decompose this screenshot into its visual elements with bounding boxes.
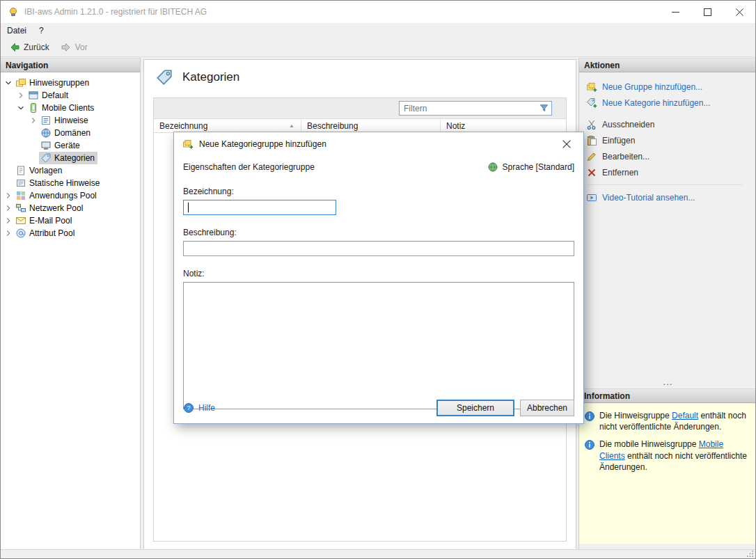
action-label: Neue Kategorie hinzufügen...: [602, 98, 710, 108]
close-button[interactable]: [723, 1, 755, 23]
dialog-close-button[interactable]: [558, 136, 575, 152]
action-neue-gruppe-hinzufügen[interactable]: Neue Gruppe hinzufügen...: [586, 79, 753, 95]
maximize-icon: [704, 8, 711, 16]
group-icon: [15, 77, 26, 88]
filter-input[interactable]: [400, 104, 539, 113]
action-label: Bearbeiten...: [602, 152, 649, 162]
actions-list: Neue Gruppe hinzufügen...Neue Kategorie …: [579, 72, 756, 205]
template-icon: [15, 165, 26, 176]
forward-button[interactable]: Vor: [55, 38, 93, 56]
help-icon: ?: [183, 402, 194, 414]
bezeichnung-input[interactable]: [183, 200, 336, 215]
tree-item-statische-hinweise[interactable]: Statische Hinweise: [1, 177, 140, 189]
info-message: Die mobile Hinweisgruppe Mobile Clients …: [584, 439, 751, 473]
tree-item-anwendungs-pool[interactable]: Anwendungs Pool: [1, 189, 140, 202]
static-icon: [15, 178, 26, 189]
help-link[interactable]: ? Hilfe: [183, 402, 215, 414]
dialog-title: Neue Kategoriegruppe hinzufügen: [199, 139, 326, 149]
apps-icon: [15, 190, 26, 201]
resize-grip-icon[interactable]: [746, 550, 754, 558]
tree-item-hinweise[interactable]: Hinweise: [1, 114, 140, 127]
tree-item-attribut-pool[interactable]: Attribut Pool: [1, 227, 140, 239]
forward-button-label: Vor: [75, 42, 88, 52]
action-label: Entfernen: [602, 168, 638, 178]
tree-item-e-mail-pool[interactable]: E-Mail Pool: [1, 214, 140, 227]
action-entfernen[interactable]: Entfernen: [586, 164, 753, 180]
info-icon: [584, 439, 595, 450]
tree-item-netzwerk-pool[interactable]: Netzwerk Pool: [1, 202, 140, 214]
chevron-right-icon[interactable]: [3, 228, 14, 238]
tree-item-domänen[interactable]: Domänen: [1, 127, 140, 139]
speichern-button[interactable]: Speichern: [436, 400, 514, 416]
tree-item-default[interactable]: Default: [1, 89, 140, 102]
globe-icon: [487, 162, 498, 173]
column-header-notiz[interactable]: Notiz: [441, 119, 566, 132]
tree-item-label: Domänen: [54, 128, 90, 138]
chevron-down-icon[interactable]: [16, 103, 26, 113]
action-neue-kategorie-hinzufügen[interactable]: Neue Kategorie hinzufügen...: [586, 95, 753, 111]
actions-pane: Aktionen Neue Gruppe hinzufügen...Neue K…: [578, 58, 756, 551]
chevron-right-icon[interactable]: [3, 191, 14, 200]
info-message-text: Die Hinweisgruppe Default enthält noch n…: [599, 410, 751, 432]
maximize-button[interactable]: [691, 1, 723, 23]
beschreibung-label: Beschreibung:: [183, 228, 574, 237]
action-ausschneiden[interactable]: Ausschneiden: [586, 116, 753, 132]
actions-header: Aktionen: [579, 58, 756, 72]
notiz-textarea[interactable]: [183, 282, 574, 409]
action-einfügen[interactable]: Einfügen: [586, 132, 753, 148]
tree-item-mobile-clients[interactable]: Mobile Clients: [1, 102, 140, 114]
chevron-right-icon[interactable]: [16, 90, 26, 100]
tree-item-kategorien[interactable]: Kategorien: [1, 152, 140, 164]
new-group-icon: [586, 81, 597, 93]
forward-arrow-icon: [61, 42, 72, 53]
column-header-bezeichnung[interactable]: Bezeichnung: [154, 119, 301, 132]
help-label: Hilfe: [198, 403, 215, 413]
back-button[interactable]: Zurück: [3, 38, 55, 56]
tree-item-label: Hinweise: [54, 116, 88, 125]
back-button-label: Zurück: [24, 42, 49, 52]
information-header: Information: [579, 388, 756, 403]
notiz-label: Notiz:: [183, 269, 574, 278]
text-caret: [188, 203, 189, 212]
beschreibung-input[interactable]: [183, 241, 574, 256]
dialog-titlebar: Neue Kategoriegruppe hinzufügen: [174, 132, 583, 156]
filter-box: [399, 101, 552, 116]
abbrechen-button[interactable]: Abbrechen: [520, 400, 574, 416]
chevron-right-icon[interactable]: [29, 116, 39, 125]
tree-item-geräte[interactable]: Geräte: [1, 139, 140, 152]
tree-item-vorlagen[interactable]: Vorlagen: [1, 164, 140, 177]
actions-overflow[interactable]: ...: [579, 378, 756, 386]
chevron-spacer: [29, 153, 39, 163]
chevron-spacer: [29, 128, 39, 138]
filter-icon[interactable]: [539, 103, 549, 113]
new-category-icon: [586, 97, 597, 109]
info-link[interactable]: Default: [672, 411, 698, 420]
menu-item-datei[interactable]: Datei: [1, 23, 33, 38]
chevron-right-icon[interactable]: [3, 216, 14, 226]
action-bearbeiten[interactable]: Bearbeiten...: [586, 148, 753, 164]
app-icon: [8, 6, 19, 17]
chevron-right-icon[interactable]: [3, 203, 14, 213]
navigation-pane: Navigation HinweisgruppenDefaultMobile C…: [1, 58, 141, 551]
column-header-beschreibung[interactable]: Beschreibung: [301, 119, 441, 132]
tag-icon: [40, 152, 52, 164]
window-icon: [28, 90, 39, 101]
domain-icon: [40, 127, 52, 139]
minimize-button[interactable]: [659, 1, 691, 23]
tree-item-label: Kategorien: [54, 153, 95, 163]
menubar: Datei ?: [1, 23, 755, 38]
back-arrow-icon: [9, 42, 20, 53]
tree-item-hinweisgruppen[interactable]: Hinweisgruppen: [1, 77, 140, 89]
info-text-prefix: Die mobile Hinweisgruppe: [599, 439, 699, 449]
language-selector[interactable]: Sprache [Standard]: [487, 162, 574, 173]
paste-icon: [586, 135, 597, 146]
dialog-subtitle: Eigenschaften der Kategoriegruppe: [183, 162, 315, 172]
chevron-spacer: [3, 178, 14, 188]
content-title: Kategorien: [144, 60, 576, 86]
chevron-spacer: [3, 166, 14, 175]
menu-item-help[interactable]: ?: [33, 23, 50, 38]
chevron-down-icon[interactable]: [3, 78, 14, 88]
video-icon: [586, 192, 597, 203]
tree-item-label: Mobile Clients: [42, 103, 94, 113]
action-video-tutorial-ansehen[interactable]: Video-Tutorial ansehen...: [586, 189, 753, 205]
